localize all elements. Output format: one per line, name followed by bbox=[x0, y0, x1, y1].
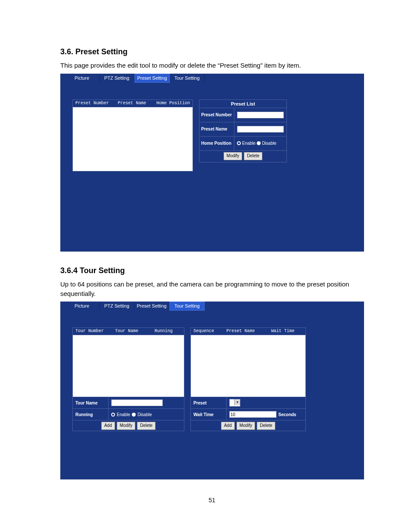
tab-preset-setting[interactable]: Preset Setting bbox=[134, 302, 169, 310]
tour-setting-app: Picture PTZ Setting Preset Setting Tour … bbox=[60, 302, 364, 479]
preset-form-panel: Preset List Preset Number Preset Name Ho… bbox=[199, 100, 287, 171]
add-button[interactable]: Add bbox=[101, 422, 115, 430]
col-tour-name: Tour Name bbox=[112, 328, 152, 335]
preset-number-input[interactable] bbox=[237, 112, 284, 118]
enable-label: Enable bbox=[117, 412, 130, 417]
tab-ptz-setting[interactable]: PTZ Setting bbox=[100, 302, 134, 310]
col-tour-number: Tour Number bbox=[73, 328, 112, 335]
col-home-position: Home Position bbox=[154, 100, 193, 107]
home-position-enable-radio[interactable] bbox=[237, 141, 241, 145]
label-running: Running bbox=[73, 409, 109, 420]
wait-time-input[interactable] bbox=[229, 411, 277, 418]
label-wait-time: Wait Time bbox=[191, 409, 227, 420]
col-preset-number: Preset Number bbox=[73, 100, 115, 107]
delete-button[interactable]: Delete bbox=[137, 422, 156, 430]
seconds-label: Seconds bbox=[278, 412, 296, 417]
preset-form-title: Preset List bbox=[199, 100, 286, 108]
running-enable-radio[interactable] bbox=[111, 413, 115, 417]
modify-button[interactable]: Modify bbox=[237, 422, 255, 430]
label-preset-number: Preset Number bbox=[199, 108, 234, 122]
disable-label: Disable bbox=[137, 412, 152, 417]
sequence-list-header: Sequence Preset Name Wait Time bbox=[190, 327, 306, 335]
disable-label: Disable bbox=[262, 141, 276, 146]
page-number: 51 bbox=[60, 497, 364, 504]
label-preset: Preset bbox=[191, 397, 227, 408]
preset-setting-app: Picture PTZ Setting Preset Setting Tour … bbox=[60, 74, 364, 252]
section-body: This page provides the edit tool to modi… bbox=[60, 61, 364, 70]
col-preset-name: Preset Name bbox=[224, 328, 268, 335]
enable-label: Enable bbox=[242, 141, 255, 146]
col-wait-time: Wait Time bbox=[268, 328, 305, 335]
col-preset-name: Preset Name bbox=[115, 100, 154, 107]
section-heading: 3.6. Preset Setting bbox=[60, 47, 364, 56]
preset-listbox[interactable] bbox=[72, 107, 193, 171]
label-preset-name: Preset Name bbox=[199, 122, 234, 136]
preset-list-panel: Preset Number Preset Name Home Position bbox=[72, 100, 193, 171]
tour-right-column: Sequence Preset Name Wait Time Preset Wa… bbox=[190, 327, 306, 431]
tab-bar: Picture PTZ Setting Preset Setting Tour … bbox=[60, 302, 364, 310]
delete-button[interactable]: Delete bbox=[244, 152, 262, 160]
label-tour-name: Tour Name bbox=[73, 397, 109, 408]
preset-list-header: Preset Number Preset Name Home Position bbox=[72, 100, 193, 107]
sequence-listbox[interactable] bbox=[190, 335, 306, 397]
delete-button[interactable]: Delete bbox=[257, 422, 275, 430]
tab-tour-setting[interactable]: Tour Setting bbox=[170, 74, 205, 82]
modify-button[interactable]: Modify bbox=[224, 152, 242, 160]
home-position-disable-radio[interactable] bbox=[257, 141, 261, 145]
col-running: Running bbox=[152, 328, 184, 335]
preset-select[interactable] bbox=[229, 399, 240, 407]
running-disable-radio[interactable] bbox=[132, 413, 136, 417]
col-sequence: Sequence bbox=[191, 328, 224, 335]
preset-name-input[interactable] bbox=[237, 126, 284, 133]
section-body: Up to 64 positions can be preset, and th… bbox=[60, 280, 364, 299]
tour-left-column: Tour Number Tour Name Running Tour Name … bbox=[72, 327, 184, 431]
tab-preset-setting[interactable]: Preset Setting bbox=[134, 74, 170, 83]
tour-list-header: Tour Number Tour Name Running bbox=[72, 327, 184, 335]
section-heading: 3.6.4 Tour Setting bbox=[60, 266, 364, 275]
add-button[interactable]: Add bbox=[221, 422, 235, 430]
tab-picture[interactable]: Picture bbox=[65, 302, 100, 310]
modify-button[interactable]: Modify bbox=[117, 422, 135, 430]
tour-listbox[interactable] bbox=[72, 335, 184, 397]
label-home-position: Home Position bbox=[199, 137, 234, 150]
tab-bar: Picture PTZ Setting Preset Setting Tour … bbox=[60, 74, 364, 82]
tab-picture[interactable]: Picture bbox=[65, 74, 100, 82]
tab-tour-setting[interactable]: Tour Setting bbox=[169, 302, 205, 311]
tour-name-input[interactable] bbox=[111, 399, 163, 406]
tab-ptz-setting[interactable]: PTZ Setting bbox=[100, 74, 134, 82]
